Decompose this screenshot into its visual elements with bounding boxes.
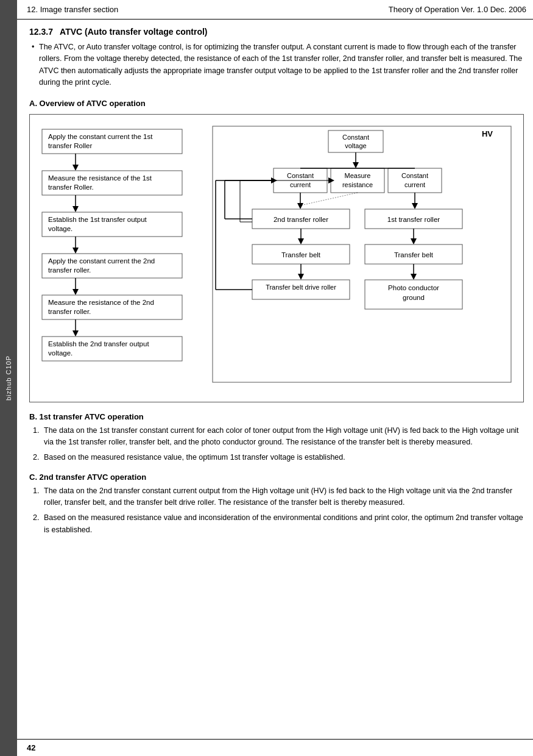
svg-marker-4 bbox=[72, 165, 79, 171]
subsection-a-title: A. Overview of ATVC operation bbox=[29, 99, 524, 108]
svg-text:Measure the resistance of the : Measure the resistance of the 1st bbox=[48, 174, 152, 182]
svg-text:Transfer belt: Transfer belt bbox=[394, 251, 434, 259]
page-footer: 42 bbox=[17, 739, 533, 756]
svg-text:Establish the 2nd transfer out: Establish the 2nd transfer output bbox=[48, 340, 149, 348]
svg-text:Constant: Constant bbox=[287, 172, 314, 179]
svg-text:Transfer belt drive roller: Transfer belt drive roller bbox=[266, 284, 336, 291]
sidebar: bizhub C10P bbox=[0, 0, 17, 756]
intro-paragraph: The ATVC, or Auto transfer voltage contr… bbox=[29, 41, 524, 89]
svg-text:Apply the constant current the: Apply the constant current the 1st bbox=[48, 133, 153, 140]
svg-text:voltage.: voltage. bbox=[48, 349, 72, 357]
svg-text:2nd transfer roller: 2nd transfer roller bbox=[274, 216, 328, 223]
page-header: 12. Image transfer section Theory of Ope… bbox=[17, 0, 533, 20]
subsection-b: B. 1st transfer ATVC operation The data … bbox=[29, 412, 524, 464]
svg-text:Measure the resistance of the : Measure the resistance of the 2nd bbox=[48, 299, 154, 306]
svg-text:1st transfer roller: 1st transfer roller bbox=[387, 216, 440, 223]
section-title: 12.3.7 ATVC (Auto transfer voltage contr… bbox=[29, 27, 524, 37]
svg-text:transfer Roller.: transfer Roller. bbox=[48, 184, 94, 191]
svg-text:resistance: resistance bbox=[342, 181, 373, 188]
svg-text:current: current bbox=[404, 181, 425, 188]
atvc-diagram: Apply the constant current the 1st trans… bbox=[29, 114, 524, 402]
svg-text:transfer roller.: transfer roller. bbox=[48, 308, 91, 315]
header-left: 12. Image transfer section bbox=[27, 5, 118, 14]
svg-text:Photo conductor: Photo conductor bbox=[388, 284, 439, 291]
svg-text:ground: ground bbox=[403, 294, 425, 301]
page-number: 42 bbox=[27, 743, 35, 752]
svg-marker-14 bbox=[72, 248, 79, 254]
subsection-b-title: B. 1st transfer ATVC operation bbox=[29, 412, 524, 421]
sidebar-product: bizhub C10P bbox=[5, 355, 12, 401]
svg-text:Measure: Measure bbox=[345, 172, 371, 179]
svg-text:Transfer belt: Transfer belt bbox=[281, 251, 321, 259]
list-item: The data on the 2nd transfer constant cu… bbox=[41, 485, 524, 509]
svg-marker-9 bbox=[72, 206, 79, 212]
list-item: Based on the measured resistance value a… bbox=[41, 512, 524, 536]
svg-text:transfer roller.: transfer roller. bbox=[48, 266, 91, 274]
svg-text:HV: HV bbox=[482, 129, 493, 138]
svg-text:voltage: voltage bbox=[345, 142, 366, 149]
subsection-c-title: C. 2nd transfer ATVC operation bbox=[29, 472, 524, 482]
svg-text:transfer Roller: transfer Roller bbox=[48, 142, 92, 149]
svg-marker-24 bbox=[72, 330, 79, 337]
svg-text:current: current bbox=[290, 181, 311, 188]
svg-text:Apply the constant current the: Apply the constant current the 2nd bbox=[48, 257, 155, 265]
diagram-svg: Apply the constant current the 1st trans… bbox=[36, 123, 517, 391]
svg-text:voltage.: voltage. bbox=[48, 225, 72, 232]
list-item: The data on the 1st transfer constant cu… bbox=[41, 425, 524, 449]
svg-text:Constant: Constant bbox=[342, 134, 369, 141]
subsection-b-list: The data on the 1st transfer constant cu… bbox=[29, 425, 524, 464]
header-right: Theory of Operation Ver. 1.0 Dec. 2006 bbox=[389, 5, 526, 14]
list-item: Based on the measured resistance value, … bbox=[41, 452, 524, 463]
svg-text:Establish the 1st transfer out: Establish the 1st transfer output bbox=[48, 216, 147, 223]
svg-marker-19 bbox=[72, 289, 79, 295]
subsection-c: C. 2nd transfer ATVC operation The data … bbox=[29, 472, 524, 537]
subsection-c-list: The data on the 2nd transfer constant cu… bbox=[29, 485, 524, 537]
svg-text:Constant: Constant bbox=[401, 172, 428, 179]
